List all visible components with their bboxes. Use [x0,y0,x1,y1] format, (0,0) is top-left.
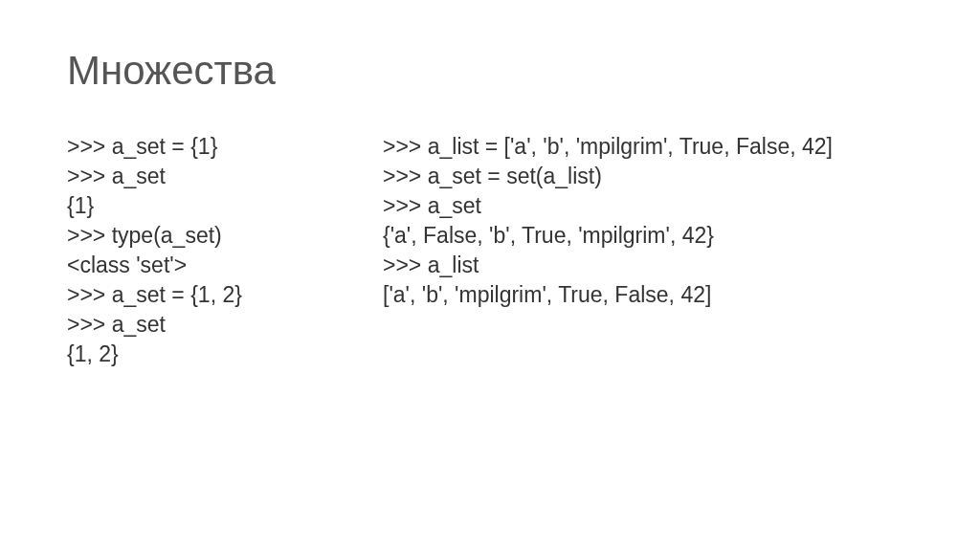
code-line: ['a', 'b', 'mpilgrim', True, False, 42] [383,280,913,310]
right-column: >>> a_list = ['a', 'b', 'mpilgrim', True… [383,132,913,369]
code-line: {1} [67,191,335,221]
code-line: >>> a_set [67,310,335,340]
code-line: >>> a_set [383,191,913,221]
code-line: >>> type(a_set) [67,221,335,251]
code-line: <class 'set'> [67,251,335,280]
code-line: >>> a_set [67,162,335,191]
slide-title: Множества [67,48,913,94]
code-line: >>> a_set = set(a_list) [383,162,913,191]
left-column: >>> a_set = {1} >>> a_set {1} >>> type(a… [67,132,335,369]
content-columns: >>> a_set = {1} >>> a_set {1} >>> type(a… [67,132,913,369]
code-line: >>> a_list = ['a', 'b', 'mpilgrim', True… [383,132,913,162]
code-line: >>> a_list [383,251,913,280]
code-line: >>> a_set = {1} [67,132,335,162]
code-line: {1, 2} [67,340,335,369]
code-line: >>> a_set = {1, 2} [67,280,335,310]
code-line: {'a', False, 'b', True, 'mpilgrim', 42} [383,221,913,251]
